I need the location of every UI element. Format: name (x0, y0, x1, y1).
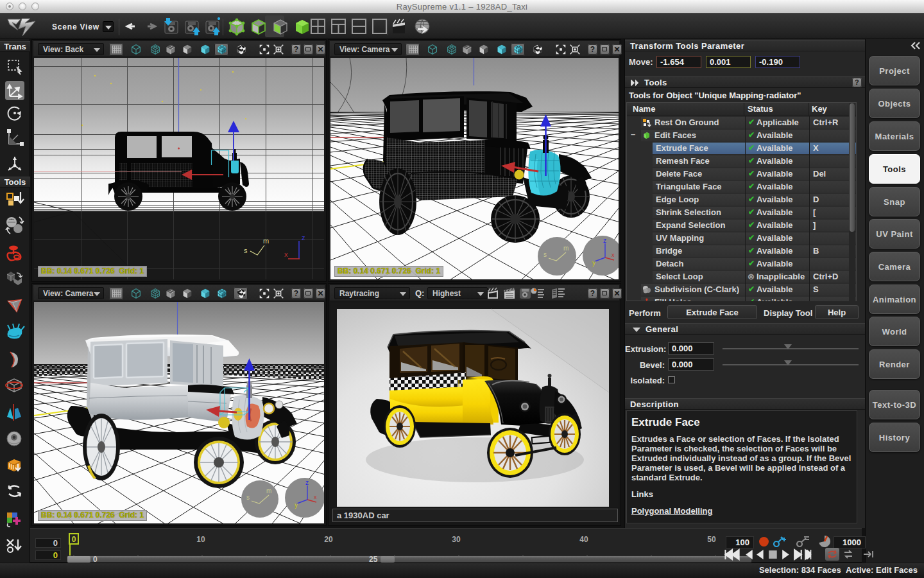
svg-text:m: m (263, 237, 269, 245)
svg-text:y: y (295, 502, 298, 509)
svg-text:50: 50 (707, 535, 716, 544)
svg-text:30: 30 (452, 535, 461, 544)
svg-text:20: 20 (324, 535, 333, 544)
svg-text:z: z (305, 479, 309, 486)
svg-text:z: z (302, 234, 305, 241)
svg-text:s: s (246, 494, 250, 501)
svg-text:x: x (314, 494, 317, 500)
svg-text:s: s (244, 247, 248, 254)
svg-text:y: y (592, 259, 595, 267)
svg-text:m: m (563, 245, 569, 252)
svg-text:z: z (603, 237, 606, 244)
svg-text:m: m (266, 487, 271, 495)
svg-text:x: x (612, 252, 615, 258)
svg-text:s: s (543, 251, 547, 258)
svg-text:0: 0 (72, 535, 76, 544)
svg-text:10: 10 (196, 535, 205, 544)
svg-text:x: x (284, 250, 288, 258)
svg-text:40: 40 (579, 535, 588, 544)
